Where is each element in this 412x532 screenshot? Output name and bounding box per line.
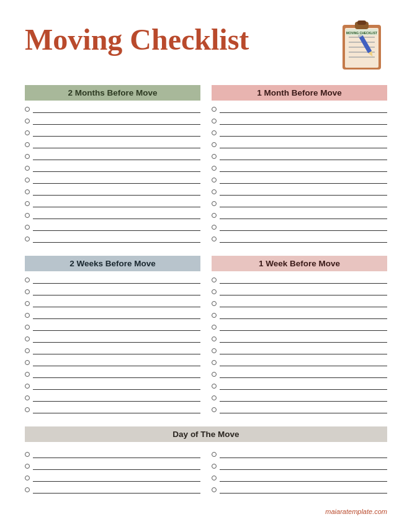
list-item [25,140,200,148]
bullet-icon [212,213,217,218]
section-two-weeks: 2 Weeks Before Move [25,256,200,417]
checklist-line [220,358,387,366]
list-item [212,222,387,231]
bullet-icon [212,360,217,365]
bullet-icon [212,119,217,124]
checklist-line [33,299,200,307]
section-one-month: 1 Month Before Move [212,85,387,246]
checklist-line [220,393,387,402]
list-item [212,485,387,494]
list-item [25,346,200,354]
bullet-icon [25,372,30,377]
checklist-line [33,175,200,184]
checklist-line [33,187,200,196]
bullet-icon [25,407,30,412]
list-item [25,485,200,494]
list-item [212,234,387,243]
checklist-line [33,369,200,378]
day-of-move-inner [25,449,387,497]
bullet-icon [212,166,217,171]
checklist-line [33,287,200,295]
checklist-line [33,473,200,482]
bullet-icon [212,395,217,400]
clipboard-icon: MOVING CHECKLIST [338,19,387,71]
bullet-icon [25,119,30,124]
section-one-week-header: 1 Week Before Move [212,256,387,271]
bullet-icon [212,301,217,306]
checklist-line [33,346,200,354]
bullet-icon [212,407,217,412]
list-item [25,210,200,219]
bullet-icon [25,395,30,400]
list-item [25,393,200,402]
list-item [25,369,200,378]
checklist-line [33,151,200,160]
list-item [25,322,200,331]
bullet-icon [212,384,217,389]
svg-rect-3 [357,20,366,25]
section-two-months: 2 Months Before Move [25,85,200,246]
list-item [25,275,200,284]
checklist-line [33,322,200,331]
bullet-icon [25,107,30,112]
bullet-icon [212,372,217,377]
checklist-line [220,461,387,470]
checklist-line [220,175,387,184]
list-item [25,299,200,307]
bullet-icon [25,336,30,341]
list-item [212,449,387,458]
bullet-icon [212,225,217,230]
section-day-of-move: Day of The Move [25,426,387,497]
section-day-of-move-header: Day of The Move [25,426,387,442]
list-item [25,163,200,172]
list-item [25,405,200,413]
list-item [212,140,387,148]
list-item [212,116,387,125]
checklist-line [33,199,200,207]
list-item [212,334,387,343]
bullet-icon [25,277,30,282]
bullet-icon [25,178,30,183]
section-two-months-header: 2 Months Before Move [25,85,200,101]
bullet-icon [212,452,217,457]
bullet-icon [25,201,30,206]
checklist-line [220,104,387,113]
svg-text:MOVING CHECKLIST: MOVING CHECKLIST [346,31,377,35]
section-one-week-items [212,275,387,417]
list-item [25,175,200,184]
list-item [25,287,200,295]
bullet-icon [212,476,217,480]
checklist-line [220,346,387,354]
checklist-line [220,234,387,243]
list-item [212,199,387,207]
bullet-icon [212,336,217,341]
bullet-icon [25,360,30,365]
bullet-icon [212,178,217,183]
checklist-grid: 2 Months Before Move [25,85,387,497]
list-item [212,346,387,354]
section-one-month-header: 1 Month Before Move [212,85,387,101]
checklist-line [33,210,200,219]
list-item [212,163,387,172]
list-item [212,175,387,184]
checklist-line [220,116,387,125]
bullet-icon [25,384,30,389]
checklist-line [220,151,387,160]
section-one-month-items [212,104,387,246]
checklist-line [220,322,387,331]
bullet-icon [25,348,30,353]
bullet-icon [25,142,30,147]
checklist-line [33,449,200,458]
checklist-line [33,140,200,148]
section-two-weeks-header: 2 Weeks Before Move [25,256,200,271]
list-item [212,310,387,319]
checklist-line [220,449,387,458]
checklist-line [33,222,200,231]
bullet-icon [212,325,217,330]
bullet-icon [25,325,30,330]
day-of-move-col1 [25,449,200,497]
bullet-icon [25,189,30,194]
checklist-line [220,299,387,307]
bullet-icon [25,154,30,159]
list-item [25,381,200,390]
